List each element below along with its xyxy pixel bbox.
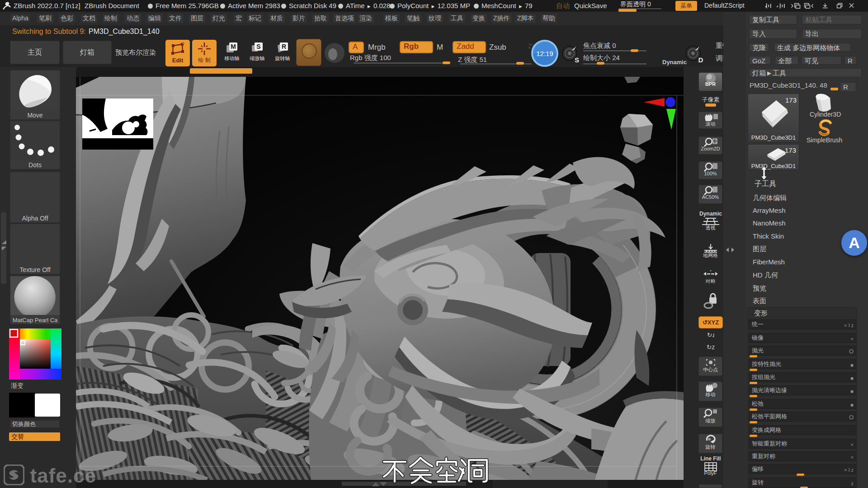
svg-text:M: M <box>231 43 236 50</box>
svg-text:S: S <box>575 56 579 64</box>
svg-text:S: S <box>256 43 260 50</box>
svg-text:12:19: 12:19 <box>536 50 553 57</box>
svg-text:D: D <box>698 56 703 64</box>
svg-text:R: R <box>282 43 286 50</box>
